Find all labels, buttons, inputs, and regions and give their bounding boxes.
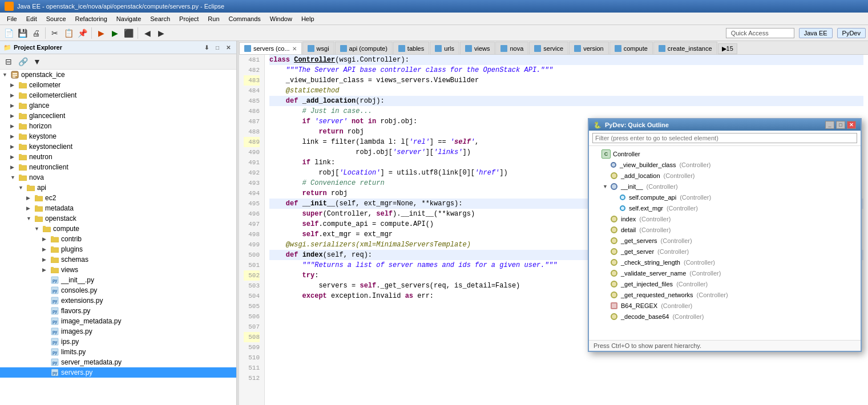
editor-tab[interactable]: create_instance [653, 42, 717, 54]
popup-tree-item[interactable]: _view_builder_class(Controller) [589, 159, 861, 170]
tree-item[interactable]: ▶plugins [0, 244, 236, 254]
tree-item[interactable]: pyconsoles.py [0, 285, 236, 295]
tree-item[interactable]: ▶keystone [0, 131, 236, 141]
toolbar-paste-btn[interactable]: 📌 [76, 27, 88, 39]
tree-item[interactable]: pylimits.py [0, 347, 236, 357]
editor-tab[interactable]: servers (co...✕ [239, 42, 302, 55]
sidebar-minimize-btn[interactable]: ⬇ [202, 43, 211, 52]
tree-item[interactable]: pyextensions.py [0, 295, 236, 306]
toolbar-cut-btn[interactable]: ✂ [49, 27, 61, 39]
popup-tree-item[interactable]: index(Controller) [589, 213, 861, 224]
tree-item[interactable]: ▶neutron [0, 152, 236, 162]
popup-close-btn[interactable]: ✕ [847, 121, 856, 129]
tree-item[interactable]: pyservers.py [0, 367, 236, 378]
tab-close-btn[interactable]: ✕ [292, 46, 297, 52]
editor-tab[interactable]: nova [495, 42, 528, 54]
menu-edit[interactable]: Edit [22, 14, 42, 23]
tree-item[interactable]: ▶views [0, 265, 236, 275]
popup-tree-item[interactable]: B64_REGEX(Controller) [589, 300, 861, 311]
sidebar-link-btn[interactable]: 🔗 [17, 55, 29, 68]
tree-item[interactable]: py__init__.py [0, 275, 236, 285]
editor-tab[interactable]: api (compute) [335, 42, 393, 54]
tree-item[interactable]: ▶glanceclient [0, 111, 236, 121]
popup-tree-item[interactable]: ▼__init__(Controller) [589, 181, 861, 192]
toolbar-run-btn[interactable]: ▶ [108, 27, 121, 39]
popup-tree-item[interactable]: _validate_server_name(Controller) [589, 268, 861, 278]
menu-source[interactable]: Source [42, 14, 71, 23]
editor-tab[interactable]: version [569, 42, 608, 54]
line-number: 494 [244, 188, 260, 199]
toolbar-stop-btn[interactable]: ⬛ [122, 27, 135, 39]
toolbar-print-btn[interactable]: 🖨 [30, 27, 42, 39]
tree-item[interactable]: ▶schemas [0, 254, 236, 265]
tree-item[interactable]: ▶neutronclient [0, 162, 236, 172]
sidebar-close-btn[interactable]: ✕ [224, 43, 233, 52]
perspective-java-ee[interactable]: Java EE [799, 28, 833, 38]
tree-item[interactable]: pyflavors.py [0, 306, 236, 316]
editor-tab[interactable]: views [460, 42, 495, 54]
tree-item[interactable]: pyimage_metadata.py [0, 316, 236, 326]
popup-tree-item[interactable]: _get_injected_files(Controller) [589, 278, 861, 289]
popup-tree-item[interactable]: _add_location(Controller) [589, 170, 861, 181]
editor-tab[interactable]: tables [393, 42, 429, 54]
toolbar-new-btn[interactable]: 📄 [2, 27, 15, 39]
tree-item[interactable]: ▼api [0, 183, 236, 193]
tree-item[interactable]: ▶horizon [0, 121, 236, 131]
popup-tree-item[interactable]: _get_server(Controller) [589, 246, 861, 257]
popup-tree-item[interactable]: _get_servers(Controller) [589, 235, 861, 246]
tree-item[interactable]: ▶ceilometerclient [0, 90, 236, 100]
menu-window[interactable]: Window [265, 14, 297, 23]
tree-item[interactable]: ▶ec2 [0, 193, 236, 203]
menu-project[interactable]: Project [175, 14, 203, 23]
perspective-pydev[interactable]: PyDev [837, 28, 866, 38]
tabs-more-btn[interactable]: ▶15 [718, 43, 737, 54]
tree-item-icon [18, 80, 27, 90]
quick-access-input[interactable]: Quick Access [726, 28, 794, 38]
svg-rect-39 [35, 195, 38, 197]
popup-tree-item[interactable]: _get_requested_networks(Controller) [589, 289, 861, 300]
menu-navigate[interactable]: Navigate [112, 14, 146, 23]
tree-item[interactable]: ▶glance [0, 100, 236, 111]
popup-item-name: __init__ [621, 183, 643, 190]
tree-item[interactable]: ▶keystoneclient [0, 141, 236, 152]
editor-tab[interactable]: wsgi [302, 42, 334, 54]
tree-arrow-icon: ▶ [10, 133, 18, 139]
tree-item[interactable]: pyimages.py [0, 326, 236, 337]
tree-item[interactable]: ▶metadata [0, 203, 236, 213]
tree-item[interactable]: ▶contrib [0, 234, 236, 244]
toolbar-copy-btn[interactable]: 📋 [62, 27, 75, 39]
popup-tree-item[interactable]: detail(Controller) [589, 224, 861, 235]
toolbar-fwd-btn[interactable]: ▶ [155, 27, 167, 39]
editor-tab[interactable]: compute [609, 42, 653, 54]
tree-item[interactable]: ▼nova [0, 172, 236, 183]
popup-tree-item[interactable]: self.compute_api(Controller) [589, 192, 861, 202]
tree-item[interactable]: ▼compute [0, 224, 236, 234]
sidebar-maximize-btn[interactable]: □ [213, 43, 222, 52]
tree-item[interactable]: pyserver_metadata.py [0, 357, 236, 367]
menu-search[interactable]: Search [146, 14, 175, 23]
popup-tree-item[interactable]: CController [589, 148, 861, 159]
toolbar-debug-btn[interactable]: ▶ [95, 27, 107, 39]
menu-refactoring[interactable]: Refactoring [71, 14, 112, 23]
tree-item[interactable]: pyips.py [0, 337, 236, 347]
sidebar-folder-icon: 📁 [3, 44, 11, 51]
popup-filter-input[interactable] [592, 133, 857, 143]
tree-item[interactable]: ▼openstack_ice [0, 70, 236, 80]
popup-minimize-btn[interactable]: _ [825, 121, 834, 129]
editor-tab[interactable]: service [529, 42, 568, 54]
tree-item[interactable]: ▼openstack [0, 213, 236, 224]
tree-item[interactable]: ▶ceilometer [0, 80, 236, 90]
popup-tree-item[interactable]: self.ext_mgr(Controller) [589, 202, 861, 213]
popup-tree-item[interactable]: _check_string_length(Controller) [589, 257, 861, 268]
menu-commands[interactable]: Commands [224, 14, 265, 23]
menu-help[interactable]: Help [297, 14, 319, 23]
toolbar-back-btn[interactable]: ◀ [141, 27, 154, 39]
sidebar-settings-btn[interactable]: ▼ [31, 55, 43, 68]
popup-maximize-btn[interactable]: □ [836, 121, 845, 129]
toolbar-save-btn[interactable]: 💾 [16, 27, 29, 39]
editor-tab[interactable]: urls [430, 42, 459, 54]
menu-run[interactable]: Run [203, 14, 224, 23]
menu-file[interactable]: File [2, 14, 22, 23]
sidebar-collapse-btn[interactable]: ⊟ [2, 55, 15, 68]
popup-tree-item[interactable]: _decode_base64(Controller) [589, 311, 861, 322]
